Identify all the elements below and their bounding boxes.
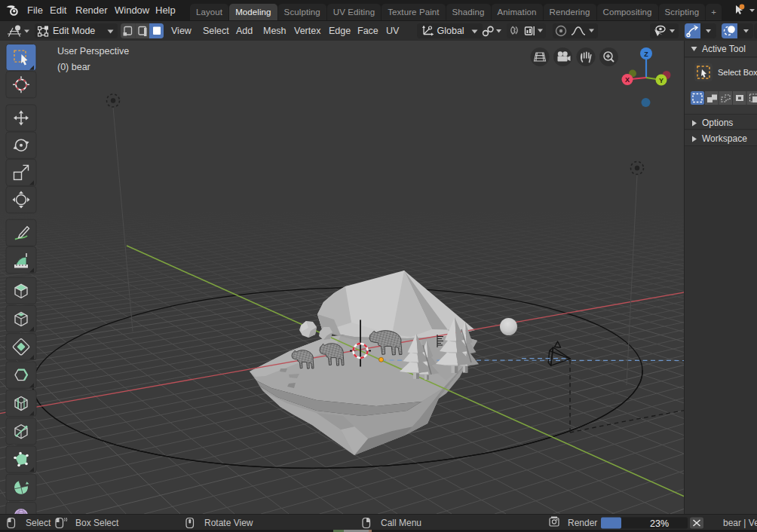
svg-text:User Perspective: User Perspective (57, 46, 129, 57)
svg-text:Y: Y (659, 77, 664, 84)
svg-text:Z: Z (644, 50, 648, 58)
svg-text:(0) bear: (0) bear (57, 62, 90, 72)
svg-text:X: X (625, 76, 630, 84)
